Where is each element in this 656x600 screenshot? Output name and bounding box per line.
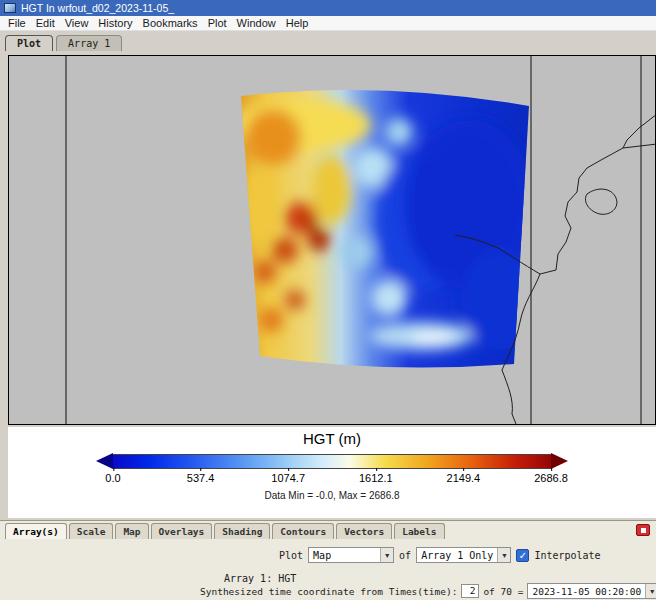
chevron-down-icon: ▼ [645,584,656,598]
colorbar-tick-label: 1074.7 [271,472,305,484]
menu-item[interactable]: Bookmarks [138,17,203,29]
time-of-label: of 70 = [483,586,523,597]
top-tab[interactable]: Plot [5,35,53,51]
menu-item[interactable]: Help [281,17,314,29]
plot-type-select[interactable]: Map ▼ [308,547,394,563]
colorbar-tick-label: 2149.4 [447,472,481,484]
time-select[interactable]: 2023-11-05 00:20:00 ▼ [527,583,656,599]
chevron-down-icon: ▼ [497,548,510,562]
colorbar-gradient [113,454,551,469]
array-select-value: Array 1 Only [417,550,497,561]
plot-panel [8,55,656,425]
control-tab[interactable]: Overlays [151,523,213,539]
time-select-value: 2023-11-05 00:20:00 [528,586,645,597]
interpolate-label: Interpolate [534,550,600,561]
detach-panel-button[interactable] [636,524,650,536]
data-minmax-text: Data Min = -0.0, Max = 2686.8 [264,490,399,501]
colorbar-title: HGT (m) [303,430,361,447]
menu-item[interactable]: Plot [203,17,232,29]
control-tab[interactable]: Shading [214,523,270,539]
app-icon [4,3,16,13]
control-tab-strip: Array(s) Scale Map Overlays Shading Cont… [5,523,445,539]
time-coordinate-label: Synthesized time coordinate from Times(t… [200,586,457,597]
control-tab-label: Map [123,526,140,537]
control-tab[interactable]: Labels [394,523,444,539]
control-tab[interactable]: Vectors [336,523,392,539]
control-tab[interactable]: Contours [272,523,334,539]
menu-item[interactable]: Edit [31,17,60,29]
plot-type-row: Plot Map ▼ of Array 1 Only ▼ Interpolate [279,547,601,563]
control-tab-label: Vectors [344,526,384,537]
colorbar [96,453,568,469]
menu-item[interactable]: View [60,17,94,29]
colorbar-over-arrow [551,453,568,469]
control-tab[interactable]: Scale [69,523,114,539]
window-title: HGT In wrfout_d02_2023-11-05_ [21,2,174,14]
colorbar-tick-label: 0.0 [105,472,120,484]
top-tab[interactable]: Array 1 [56,35,122,51]
map-canvas [9,56,655,424]
control-tab-label: Shading [222,526,262,537]
time-row: Synthesized time coordinate from Times(t… [200,583,656,599]
control-tab-label: Overlays [159,526,205,537]
title-bar: HGT In wrfout_d02_2023-11-05_ [0,0,656,16]
control-panel: Array(s) Scale Map Overlays Shading Cont… [0,520,656,600]
colorbar-tick-label: 537.4 [187,472,215,484]
control-tab[interactable]: Map [115,523,148,539]
time-index-field[interactable]: 2 [461,584,479,598]
control-tab-label: Array(s) [13,526,59,537]
array-select[interactable]: Array 1 Only ▼ [416,547,511,563]
menu-bar: File Edit View History Bookmarks Plot Wi… [0,16,656,31]
plot-type-value: Map [309,550,335,561]
top-tab-label: Plot [17,38,41,49]
interpolate-checkbox[interactable] [516,549,529,562]
colorbar-tick-label: 1612.1 [359,472,393,484]
menu-item[interactable]: Window [232,17,281,29]
control-tab[interactable]: Array(s) [5,523,67,539]
chevron-down-icon: ▼ [380,548,393,562]
colorbar-under-arrow [96,453,113,469]
control-tab-label: Labels [402,526,436,537]
menu-item[interactable]: File [3,17,31,29]
top-tab-label: Array 1 [68,38,110,49]
of-label: of [399,550,411,561]
menu-item[interactable]: History [93,17,137,29]
terrain-patch [231,72,541,378]
colorbar-tick-labels: 0.0 537.4 1074.7 1612.1 2149.4 2686.8 [113,471,551,484]
colorbar-area: HGT (m) 0.0 537.4 1074.7 1612.1 2149.4 2… [8,427,656,518]
top-tab-strip: Plot Array 1 [5,33,122,51]
control-tab-label: Scale [77,526,106,537]
plot-label: Plot [279,550,303,561]
control-tab-label: Contours [280,526,326,537]
colorbar-tick-label: 2686.8 [534,472,568,484]
